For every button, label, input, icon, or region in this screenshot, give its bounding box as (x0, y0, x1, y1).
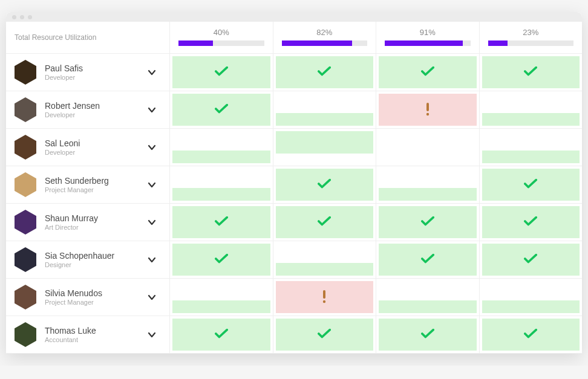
check-icon (421, 65, 434, 80)
cell-fill-ok (172, 206, 270, 238)
chevron-down-icon[interactable] (143, 177, 161, 193)
cell-fill-ok (276, 56, 374, 88)
allocation-cell[interactable] (376, 54, 479, 91)
allocation-cell[interactable] (273, 316, 376, 354)
resource-row[interactable]: Shaun MurrayArt Director (6, 204, 169, 241)
progress-bar-fill (178, 40, 213, 46)
header-column: 91% (376, 22, 479, 54)
allocation-cell[interactable] (376, 129, 479, 166)
warn-icon (322, 289, 327, 306)
person-name: Paul Safis (45, 63, 134, 74)
allocation-cell[interactable] (479, 91, 583, 129)
allocation-cell[interactable] (169, 279, 273, 316)
allocation-cell[interactable] (479, 166, 583, 204)
check-icon (421, 215, 434, 230)
chevron-down-icon[interactable] (143, 140, 161, 155)
allocation-cell[interactable] (169, 204, 273, 241)
allocation-cell[interactable] (273, 54, 376, 91)
check-icon (215, 252, 228, 268)
cell-fill-ok (379, 206, 477, 238)
allocation-cell[interactable] (169, 54, 273, 91)
check-icon (524, 215, 537, 230)
allocation-cell[interactable] (169, 166, 273, 204)
window-dot (12, 15, 16, 19)
allocation-cell[interactable] (376, 204, 479, 241)
allocation-cell[interactable] (479, 54, 583, 91)
chevron-down-icon[interactable] (143, 290, 161, 305)
allocation-cell[interactable] (376, 279, 479, 316)
check-icon (524, 327, 537, 343)
chevron-down-icon[interactable] (143, 252, 161, 268)
allocation-cell[interactable] (479, 129, 583, 166)
progress-bar (282, 40, 368, 46)
check-icon (318, 177, 331, 193)
allocation-cell[interactable] (273, 279, 376, 316)
window-dot (28, 15, 32, 19)
progress-bar-fill (385, 40, 463, 46)
cell-fill-ok (172, 94, 270, 126)
allocation-cell[interactable] (479, 241, 583, 279)
allocation-cell[interactable] (273, 204, 376, 241)
allocation-cell[interactable] (376, 166, 479, 204)
chevron-down-icon[interactable] (143, 215, 161, 230)
cell-fill-ok (172, 56, 270, 88)
allocation-cell[interactable] (376, 91, 479, 129)
check-icon (215, 65, 228, 80)
warn-icon (425, 102, 430, 118)
allocation-cell[interactable] (479, 204, 583, 241)
allocation-cell[interactable] (273, 91, 376, 129)
allocation-cell[interactable] (479, 279, 583, 316)
progress-bar (488, 40, 574, 46)
person-role: Developer (45, 74, 134, 81)
cell-fill-partial (172, 151, 270, 163)
progress-bar (385, 40, 471, 46)
resource-row[interactable]: Paul SafisDeveloper (6, 54, 169, 91)
header-column: 23% (479, 22, 583, 54)
cell-fill-ok (379, 56, 477, 88)
allocation-cell[interactable] (479, 316, 583, 354)
resource-row[interactable]: Silvia MenudosProject Manager (6, 279, 169, 316)
chevron-down-icon[interactable] (143, 65, 161, 80)
allocation-cell[interactable] (376, 316, 479, 354)
person-role: Developer (45, 149, 134, 156)
allocation-cell[interactable] (169, 129, 273, 166)
check-icon (524, 177, 537, 193)
cell-fill-partial (276, 131, 374, 154)
allocation-cell[interactable] (169, 241, 273, 279)
avatar (15, 172, 36, 197)
check-icon (524, 252, 537, 268)
window-dot (20, 15, 24, 19)
resource-row[interactable]: Sia SchopenhauerDesigner (6, 241, 169, 279)
progress-bar (178, 40, 264, 46)
avatar (15, 247, 36, 272)
cell-fill-warn (276, 281, 374, 313)
person-name: Seth Sunderberg (45, 176, 134, 186)
allocation-cell[interactable] (169, 91, 273, 129)
svg-rect-2 (323, 290, 325, 299)
allocation-cell[interactable] (273, 129, 376, 166)
person-name: Robert Jensen (45, 101, 134, 111)
resource-row[interactable]: Thomas LukeAccountant (6, 316, 169, 354)
allocation-cell[interactable] (376, 241, 479, 279)
person-info: Silvia MenudosProject Manager (45, 288, 134, 306)
allocation-cell[interactable] (273, 241, 376, 279)
chevron-down-icon[interactable] (143, 102, 161, 118)
header-percent: 91% (420, 28, 436, 37)
chevron-down-icon[interactable] (143, 327, 161, 343)
header-percent: 23% (523, 28, 538, 37)
resource-row[interactable]: Robert JensenDeveloper (6, 91, 169, 129)
progress-bar-fill (282, 40, 352, 46)
window-titlebar (6, 12, 582, 22)
resource-row[interactable]: Seth SunderbergProject Manager (6, 166, 169, 204)
cell-fill-empty (379, 131, 477, 163)
cell-fill-ok (482, 319, 580, 351)
person-info: Shaun MurrayArt Director (45, 213, 134, 231)
allocation-cell[interactable] (169, 316, 273, 354)
resource-row[interactable]: Sal LeoniDeveloper (6, 129, 169, 166)
avatar (15, 60, 36, 85)
cell-fill-ok (172, 319, 270, 351)
cell-fill-partial (276, 113, 374, 126)
allocation-cell[interactable] (273, 166, 376, 204)
cell-fill-partial (172, 300, 270, 313)
cell-fill-ok (482, 244, 580, 276)
